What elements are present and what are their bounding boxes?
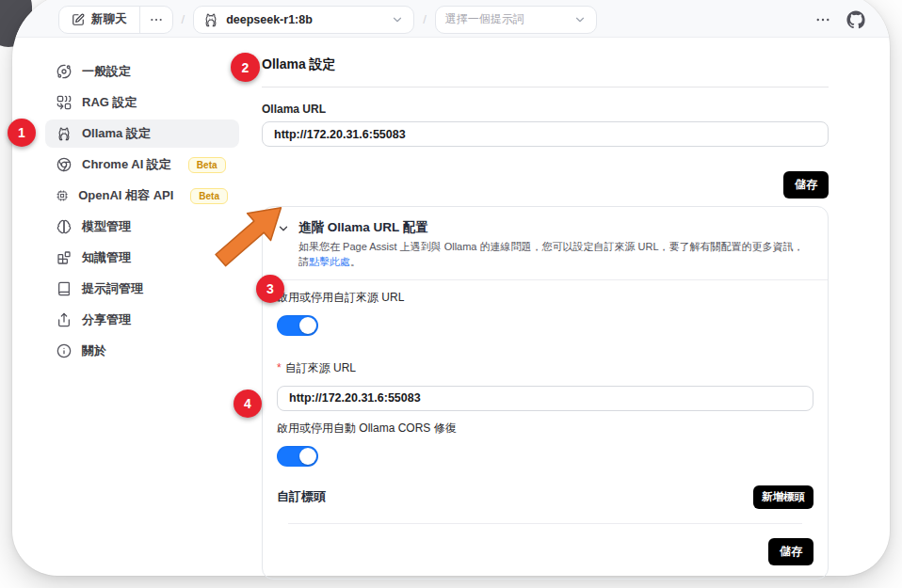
save-button[interactable]: 儲存 — [783, 171, 829, 199]
orbit-icon — [56, 64, 72, 79]
custom-origin-url-toggle[interactable] — [277, 315, 318, 336]
sidebar-item-ollama-settings[interactable]: Ollama 設定 — [45, 119, 239, 148]
ellipsis-icon — [149, 12, 164, 27]
description-period: 。 — [350, 256, 361, 267]
advanced-save-button[interactable]: 儲存 — [768, 538, 813, 565]
sidebar-item-label: RAG 設定 — [82, 94, 137, 111]
custom-headers-label: 自訂標頭 — [277, 488, 326, 505]
breadcrumb-separator: / — [423, 12, 427, 26]
info-icon — [56, 343, 72, 358]
chat-actions-group: 新聊天 — [58, 6, 173, 34]
chrome-icon — [56, 157, 72, 172]
llama-icon — [56, 126, 72, 141]
custom-origin-toggle-label: 啟用或停用自訂來源 URL — [277, 290, 813, 306]
sidebar-item-general-settings[interactable]: 一般設定 — [45, 57, 239, 86]
sidebar-item-label: 關於 — [82, 342, 106, 359]
topbar-right-actions — [814, 10, 865, 29]
sidebar-item-label: 一般設定 — [82, 63, 131, 80]
topbar-more-button[interactable] — [814, 11, 831, 28]
advanced-section-description: 如果您在 Page Assist 上遇到與 Ollama 的連線問題，您可以設定… — [298, 240, 813, 270]
sidebar-item-label: 模型管理 — [82, 218, 131, 235]
ellipsis-icon — [814, 11, 831, 28]
sidebar-item-rag-settings[interactable]: RAG 設定 — [45, 88, 239, 117]
page-title: Ollama 設定 — [262, 56, 829, 73]
auto-cors-fix-toggle[interactable] — [277, 446, 318, 467]
sidebar-item-label: 知識管理 — [82, 249, 131, 266]
advanced-ollama-url-card: 進階 Ollama URL 配置 如果您在 Page Assist 上遇到與 O… — [262, 206, 829, 580]
sidebar-item-about[interactable]: 關於 — [45, 337, 239, 365]
annotation-badge-1: 1 — [8, 119, 36, 147]
new-chat-pencil-icon — [72, 13, 85, 26]
title-divider — [262, 87, 829, 87]
model-select[interactable]: deepseek-r1:8b — [193, 6, 414, 34]
prompt-select-placeholder: 選擇一個提示詞 — [445, 11, 566, 27]
github-button[interactable] — [846, 10, 865, 29]
model-select-value: deepseek-r1:8b — [226, 13, 383, 26]
toggle-knob — [299, 317, 316, 334]
sidebar-item-share-management[interactable]: 分享管理 — [45, 306, 239, 334]
ollama-url-input[interactable] — [262, 121, 829, 147]
share-icon — [56, 312, 72, 327]
sidebar-item-chrome-ai-settings[interactable]: Chrome AI 設定 Beta — [45, 151, 239, 179]
brain-icon — [56, 219, 72, 234]
label-text: 自訂來源 URL — [285, 361, 356, 374]
beta-badge: Beta — [188, 157, 226, 173]
sidebar-item-label: OpenAI 相容 API — [78, 187, 173, 204]
llama-icon — [203, 12, 218, 27]
add-header-button[interactable]: 新增標頭 — [753, 485, 813, 509]
advanced-header-divider — [263, 279, 828, 280]
prompt-select[interactable]: 選擇一個提示詞 — [435, 6, 597, 34]
headers-divider — [288, 523, 802, 524]
custom-origin-url-input[interactable] — [277, 386, 813, 411]
chat-more-button[interactable] — [140, 7, 172, 33]
custom-origin-url-label: *自訂來源 URL — [277, 360, 813, 376]
advanced-section-title: 進階 Ollama URL 配置 — [298, 219, 813, 236]
chevron-down-icon — [391, 13, 404, 26]
chevron-down-icon — [573, 13, 587, 26]
sidebar-item-label: 提示詞管理 — [82, 280, 143, 297]
ollama-url-label: Ollama URL — [262, 103, 829, 116]
click-here-link[interactable]: 點擊此處 — [309, 256, 350, 267]
ollama-settings-panel: Ollama 設定 Ollama URL 儲存 進階 Ollama URL 配置… — [262, 53, 829, 588]
new-chat-label: 新聊天 — [91, 11, 127, 27]
github-icon — [846, 10, 865, 29]
sidebar-item-label: Chrome AI 設定 — [82, 156, 171, 173]
annotation-arrow — [203, 192, 298, 281]
sidebar-item-label: 分享管理 — [82, 311, 131, 328]
blocks-icon — [56, 250, 72, 265]
sidebar-item-label: Ollama 設定 — [82, 125, 151, 142]
breadcrumb-separator: / — [182, 12, 185, 26]
required-asterisk: * — [277, 361, 282, 374]
book-icon — [56, 281, 72, 296]
cpu-icon — [56, 188, 68, 203]
annotation-badge-2: 2 — [231, 53, 260, 82]
description-text: 如果您在 Page Assist 上遇到與 Ollama 的連線問題，您可以設定… — [298, 241, 804, 267]
cors-toggle-label: 啟用或停用自動 Ollama CORS 修復 — [277, 421, 813, 437]
toggle-knob — [299, 448, 316, 465]
top-bar: 新聊天 / deepseek-r1:8b / 選擇一個提示詞 — [12, 0, 890, 38]
annotation-badge-4: 4 — [234, 389, 262, 418]
combine-icon — [56, 95, 72, 110]
new-chat-button[interactable]: 新聊天 — [59, 7, 139, 33]
